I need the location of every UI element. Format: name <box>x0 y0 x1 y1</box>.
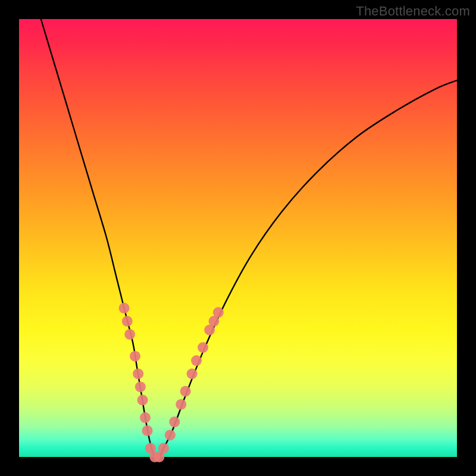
marker-point <box>142 425 153 436</box>
marker-point <box>169 416 180 427</box>
marker-point <box>122 316 133 327</box>
marker-point <box>191 355 202 366</box>
marker-point <box>187 368 198 379</box>
marker-point <box>180 386 191 397</box>
chart-frame: TheBottleneck.com <box>0 0 476 476</box>
marker-point <box>213 307 224 318</box>
marker-point <box>130 351 140 362</box>
marker-point <box>176 399 186 410</box>
highlighted-points <box>119 303 224 462</box>
marker-point <box>198 342 208 353</box>
marker-point <box>158 443 169 453</box>
curve-svg <box>19 19 457 457</box>
plot-area <box>19 19 457 457</box>
marker-point <box>119 303 130 314</box>
marker-point <box>133 368 143 379</box>
marker-point <box>124 329 135 340</box>
marker-point <box>135 381 146 392</box>
marker-point <box>165 430 176 440</box>
watermark-text: TheBottleneck.com <box>356 4 470 19</box>
marker-point <box>137 394 148 405</box>
marker-point <box>140 412 151 423</box>
bottleneck-curve <box>41 19 457 458</box>
